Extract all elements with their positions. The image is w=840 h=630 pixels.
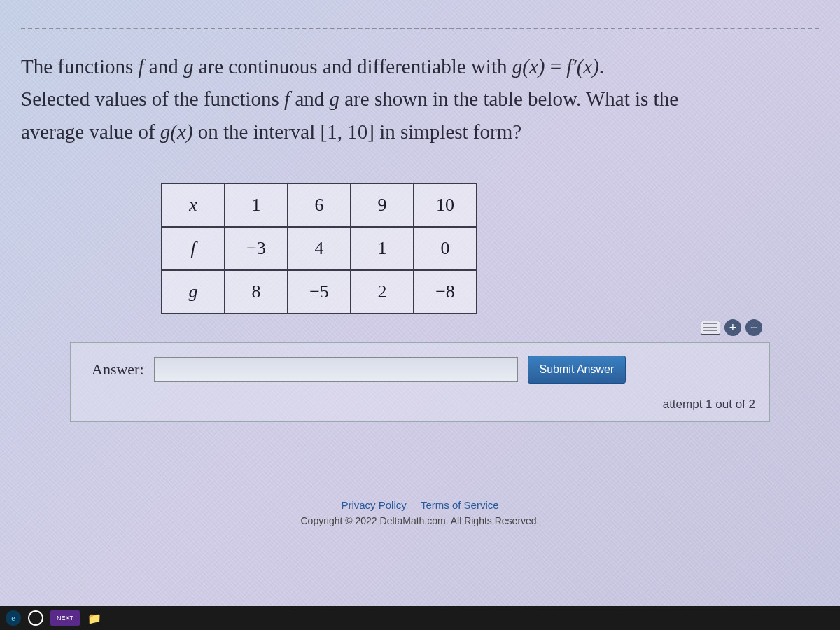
cell: −3 [225,227,288,270]
zoom-in-icon[interactable]: + [724,319,741,336]
text: average value of [21,120,160,143]
submit-answer-button[interactable]: Submit Answer [528,356,626,384]
copyright-text: Copyright © 2022 DeltaMath.com. All Righ… [21,515,819,526]
taskbar[interactable]: e NEXT 📁 [0,606,840,630]
section-divider [21,28,819,29]
cell: 0 [414,227,477,270]
text: Selected values of the functions [21,88,284,110]
math-g: g [330,88,340,110]
math-fprimex: f′(x) [566,55,599,78]
math-f: f [139,55,144,78]
row-label-f: f [162,227,225,270]
cell: 8 [225,270,288,314]
data-table: x 1 6 9 10 f −3 4 1 0 g 8 −5 2 −8 [161,183,477,314]
row-label-g: g [162,270,225,314]
cell: 4 [288,227,351,270]
footer: Privacy Policy Terms of Service Copyrigh… [21,499,819,526]
math-gx: g(x) [160,120,193,143]
answer-toolbar: + − [701,319,762,336]
cell: 6 [288,183,351,227]
taskbar-app-next[interactable]: NEXT [50,610,80,626]
table-row: g 8 −5 2 −8 [162,270,477,314]
text: and [290,88,329,110]
math-f: f [284,88,290,110]
answer-label: Answer: [92,360,144,379]
text: are continuous and differentiable with [193,55,512,78]
text: . [599,55,604,78]
data-table-wrap: x 1 6 9 10 f −3 4 1 0 g 8 −5 2 −8 [161,183,819,314]
cell: 10 [414,183,477,227]
table-row: x 1 6 9 10 [162,183,477,227]
cell: 2 [351,270,414,314]
main-content: The functions f and g are continuous and… [0,0,840,526]
zoom-out-icon[interactable]: − [746,319,762,336]
answer-row: Answer: Submit Answer [92,356,755,384]
cell: −8 [414,270,477,314]
question-prompt: The functions f and g are continuous and… [21,50,819,148]
attempt-counter: attempt 1 out of 2 [92,398,755,412]
file-explorer-icon[interactable]: 📁 [87,610,102,626]
terms-of-service-link[interactable]: Terms of Service [421,499,499,511]
text: = [545,55,566,78]
text: and [144,55,183,78]
cell: 1 [225,183,288,227]
privacy-policy-link[interactable]: Privacy Policy [341,499,406,511]
cell: 1 [351,227,414,270]
text: are shown in the table below. What is th… [340,88,678,110]
edge-browser-icon[interactable]: e [6,610,21,626]
math-gx: g(x) [512,55,545,78]
cell: 9 [351,183,414,227]
text: in simplest form? [374,120,522,143]
table-row: f −3 4 1 0 [162,227,477,270]
answer-input[interactable] [154,357,518,382]
keyboard-icon[interactable] [701,321,720,335]
row-label-x: x [162,183,225,227]
answer-panel: + − Answer: Submit Answer attempt 1 out … [70,342,770,422]
math-g: g [183,55,194,78]
text: The functions [21,55,139,78]
math-interval: [1, 10] [321,120,374,143]
cortana-icon[interactable] [28,610,43,626]
text: on the interval [193,120,321,143]
cell: −5 [288,270,351,314]
